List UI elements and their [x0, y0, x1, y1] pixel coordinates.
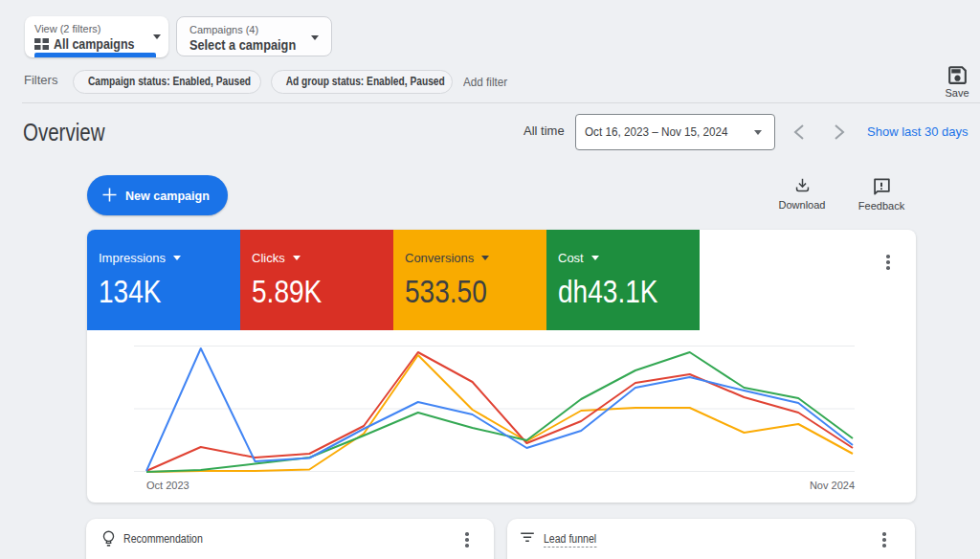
svg-text:Nov 2024: Nov 2024	[810, 480, 855, 491]
svg-text:Oct 2023: Oct 2023	[146, 480, 189, 491]
